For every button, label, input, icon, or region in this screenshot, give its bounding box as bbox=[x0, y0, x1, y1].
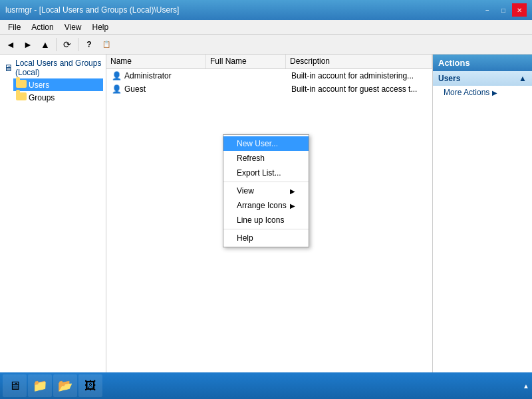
toolbar-up[interactable]: ▲ bbox=[37, 37, 53, 53]
ctx-arrange-icons[interactable]: Arrange Icons ▶ bbox=[223, 198, 309, 213]
ctx-export-list[interactable]: Export List... bbox=[223, 166, 309, 180]
tree-panel: 🖥 Local Users and Groups (Local) Users G… bbox=[0, 55, 106, 383]
toolbar-separator-2 bbox=[78, 38, 78, 51]
actions-panel: Actions Users ▲ More Actions ▶ bbox=[432, 55, 532, 383]
title-bar: lusrmgr - [Local Users and Groups (Local… bbox=[0, 0, 532, 20]
ctx-new-user-label: New User... bbox=[237, 139, 278, 148]
tree-root-label: Local Users and Groups (Local) bbox=[15, 59, 102, 77]
action-more-arrow: ▶ bbox=[492, 89, 497, 96]
ctx-help[interactable]: Help bbox=[223, 231, 309, 245]
tree-users-label: Users bbox=[29, 80, 49, 90]
taskbar-btn-image[interactable]: 🖼 bbox=[78, 374, 102, 397]
ctx-refresh-label: Refresh bbox=[237, 154, 265, 163]
actions-collapse-icon: ▲ bbox=[519, 74, 527, 83]
toolbar-refresh[interactable]: ⟳ bbox=[59, 37, 75, 53]
tree-groups-label: Groups bbox=[29, 93, 55, 102]
toolbar: ◄ ► ▲ ⟳ ? 📋 bbox=[0, 35, 532, 55]
actions-header: Actions bbox=[433, 55, 532, 71]
ctx-arrange-label: Arrange Icons bbox=[237, 201, 287, 210]
ctx-arrange-arrow: ▶ bbox=[290, 202, 295, 209]
ctx-new-user[interactable]: New User... bbox=[223, 136, 309, 151]
tree-children: Users Groups bbox=[3, 78, 103, 104]
action-more-label: More Actions bbox=[444, 88, 489, 97]
menu-action[interactable]: Action bbox=[26, 21, 59, 33]
toolbar-help[interactable]: ? bbox=[81, 37, 97, 53]
computer-icon: 🖥 bbox=[4, 63, 13, 73]
ctx-refresh[interactable]: Refresh bbox=[223, 151, 309, 166]
tree-item-users[interactable]: Users bbox=[13, 78, 103, 91]
tree-item-groups[interactable]: Groups bbox=[13, 91, 103, 104]
toolbar-export[interactable]: 📋 bbox=[98, 37, 114, 53]
toolbar-forward[interactable]: ► bbox=[20, 37, 36, 53]
ctx-separator-1 bbox=[223, 182, 309, 182]
toolbar-back[interactable]: ◄ bbox=[3, 37, 19, 53]
taskbar-arrow[interactable]: ▲ bbox=[523, 382, 529, 390]
ctx-export-label: Export List... bbox=[237, 168, 281, 178]
taskbar-btn-computer[interactable]: 🖥 bbox=[3, 374, 27, 397]
menu-help[interactable]: Help bbox=[87, 21, 114, 33]
ctx-separator-2 bbox=[223, 229, 309, 229]
ctx-view-label: View bbox=[237, 186, 254, 196]
toolbar-separator-1 bbox=[56, 38, 57, 51]
menu-view[interactable]: View bbox=[59, 21, 87, 33]
actions-section-label: Users bbox=[438, 74, 460, 83]
folder-icon-groups bbox=[16, 92, 27, 102]
content-panel: Name Full Name Description 👤 Administrat… bbox=[106, 55, 432, 383]
minimize-button[interactable]: − bbox=[480, 3, 495, 17]
actions-section-users[interactable]: Users ▲ bbox=[433, 71, 532, 86]
menu-bar: File Action View Help bbox=[0, 20, 532, 35]
action-more[interactable]: More Actions ▶ bbox=[433, 86, 532, 99]
tree-root-item[interactable]: 🖥 Local Users and Groups (Local) bbox=[3, 57, 103, 78]
window-controls: − □ ✕ bbox=[480, 3, 527, 17]
ctx-view[interactable]: View ▶ bbox=[223, 184, 309, 198]
taskbar-btn-folder1[interactable]: 📁 bbox=[28, 374, 52, 397]
window-title: lusrmgr - [Local Users and Groups (Local… bbox=[5, 5, 179, 15]
ctx-lineup-label: Line up Icons bbox=[237, 215, 284, 225]
ctx-help-label: Help bbox=[237, 233, 253, 243]
ctx-view-arrow: ▶ bbox=[290, 188, 295, 195]
folder-icon-users bbox=[16, 80, 27, 90]
menu-file[interactable]: File bbox=[3, 21, 26, 33]
context-menu: New User... Refresh Export List... View … bbox=[223, 134, 309, 247]
maximize-button[interactable]: □ bbox=[496, 3, 511, 17]
main-layout: 🖥 Local Users and Groups (Local) Users G… bbox=[0, 55, 532, 383]
taskbar-btn-folder2[interactable]: 📂 bbox=[53, 374, 77, 397]
close-button[interactable]: ✕ bbox=[512, 3, 527, 17]
ctx-lineup-icons[interactable]: Line up Icons bbox=[223, 213, 309, 227]
